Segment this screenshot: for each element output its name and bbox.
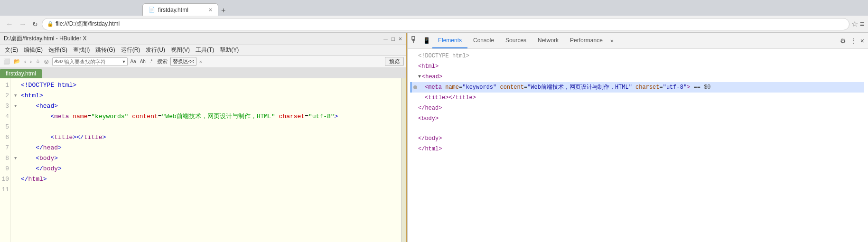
- editor-scrollbar[interactable]: [401, 78, 406, 242]
- toolbar-search-label[interactable]: 搜索: [155, 58, 169, 65]
- menu-item-view[interactable]: 视图(V): [168, 46, 193, 55]
- html-tag: <html>: [418, 62, 439, 71]
- toolbar-new-button[interactable]: ⬜: [2, 58, 11, 65]
- code-line-9: </body>: [14, 164, 397, 174]
- devtools-settings-button[interactable]: ⚙: [838, 36, 848, 46]
- tab-sources[interactable]: Sources: [500, 33, 532, 48]
- window-close-button[interactable]: ×: [399, 36, 402, 42]
- fold-arrow-2[interactable]: ▼: [14, 91, 21, 101]
- toolbar-ah-btn[interactable]: Aħ: [139, 59, 147, 64]
- code-line-7: </head>: [14, 143, 397, 153]
- devtools-inspect-button[interactable]: [410, 35, 421, 46]
- tab-close-btn[interactable]: ×: [209, 7, 212, 13]
- menu-item-file[interactable]: 文(E): [2, 46, 21, 55]
- tab-label: firstday.html: [158, 7, 188, 13]
- html-close-tag: </html>: [418, 144, 442, 154]
- menu-item-run[interactable]: 运行(R): [118, 46, 143, 55]
- code-content[interactable]: <!DOCTYPE html> ▼ <html> ▼ <head>: [10, 78, 401, 242]
- nav-forward-button[interactable]: →: [17, 19, 28, 29]
- dt-line-body: <body>: [411, 113, 864, 124]
- preview-button[interactable]: 预览: [385, 57, 404, 66]
- hbuilder-toolbar: ⬜ 📂 ‹ › ☆ ◎ 𝘼SD ▼ Aa Aħ .* 搜索 替换区<< × 预览: [0, 56, 406, 68]
- file-tabs-bar: firstday.html: [0, 68, 406, 78]
- line-numbers: 1 2 3 4 5 6 7 8 9 10 11: [0, 78, 10, 242]
- dt-line-head: ▼ <head>: [411, 72, 864, 82]
- body-open-tag: <body>: [418, 114, 439, 123]
- head-close-tag: </head>: [418, 103, 442, 113]
- tab-page-icon: 📄: [149, 7, 155, 13]
- tab-network[interactable]: Network: [532, 33, 564, 48]
- nav-back-button[interactable]: ←: [4, 19, 15, 29]
- bookmark-star-button[interactable]: ☆: [851, 19, 858, 28]
- menu-item-find[interactable]: 查找(I): [70, 46, 93, 55]
- file-tab-firstday[interactable]: firstday.html: [0, 69, 42, 78]
- tab-performance[interactable]: Performance: [564, 33, 608, 48]
- menu-item-select[interactable]: 选择(S): [46, 46, 70, 55]
- dt-arrow-head[interactable]: ▼: [418, 72, 421, 82]
- dt-sidebar-dot[interactable]: [413, 85, 417, 89]
- toolbar-forward-button[interactable]: ›: [28, 58, 33, 65]
- toolbar-regex-btn[interactable]: .*: [148, 59, 154, 64]
- search-box[interactable]: 𝘼SD ▼: [52, 57, 128, 66]
- lock-icon: 🔒: [47, 21, 54, 27]
- new-tab-button[interactable]: +: [218, 6, 228, 15]
- devtools-more-button[interactable]: »: [608, 36, 616, 45]
- search-dropdown-button[interactable]: ▼: [122, 59, 126, 64]
- code-line-4: <meta name="keywords" content="Web前端技术，网…: [14, 112, 397, 122]
- file-tab-label: firstday.html: [6, 70, 36, 77]
- toolbar-settings-button[interactable]: ◎: [43, 58, 50, 65]
- code-line-11: [14, 185, 397, 195]
- toolbar-search-close-btn[interactable]: ×: [197, 59, 203, 65]
- fold-arrow-8[interactable]: ▼: [14, 153, 21, 164]
- address-url: file:///D:/桌面/firstday.html: [56, 20, 120, 28]
- doctype-text: <!DOCTYPE html>: [418, 51, 469, 61]
- hbuilder-titlebar: D:/桌面/firstday.html - HBuilder X ─ □ ×: [0, 33, 406, 45]
- window-maximize-button[interactable]: □: [392, 36, 395, 42]
- dt-line-head-close: </head>: [411, 103, 864, 113]
- tab-elements[interactable]: Elements: [432, 33, 467, 48]
- title-tag: <title></title>: [425, 93, 476, 102]
- svg-rect-0: [412, 37, 415, 39]
- address-bar[interactable]: 🔒 file:///D:/桌面/firstday.html: [42, 18, 849, 30]
- menu-item-jump[interactable]: 跳转(G): [93, 46, 118, 55]
- window-minimize-button[interactable]: ─: [383, 36, 388, 42]
- toolbar-replace-label[interactable]: 替换区<<: [170, 57, 197, 66]
- menu-item-publish[interactable]: 发行(U): [143, 46, 168, 55]
- devtools-tabs: Elements Console Sources Network Perform…: [432, 33, 838, 48]
- nav-refresh-button[interactable]: ↻: [30, 19, 40, 29]
- meta-tag-text: <meta name="keywords" content="Web前端技术，网…: [425, 83, 711, 92]
- code-editor[interactable]: 1 2 3 4 5 6 7 8 9 10 11 <!DOCTYPE h: [0, 78, 406, 242]
- dt-line-doctype: <!DOCTYPE html>: [411, 51, 864, 61]
- toolbar-open-button[interactable]: 📂: [12, 58, 22, 65]
- devtools-pane: 📱 Elements Console Sources Network: [407, 33, 868, 242]
- browser-settings-button[interactable]: ≡: [860, 20, 864, 28]
- menu-item-help[interactable]: 帮助(Y): [217, 46, 242, 55]
- fold-arrow-3[interactable]: ▼: [14, 101, 21, 112]
- code-line-8: ▼ <body>: [14, 153, 397, 164]
- devtools-device-button[interactable]: 📱: [421, 36, 432, 45]
- devtools-close-button[interactable]: ×: [859, 36, 866, 46]
- menu-item-tools[interactable]: 工具(T): [193, 46, 217, 55]
- search-prefix-icon: 𝘼SD: [54, 59, 63, 64]
- dt-line-body-close: </body>: [411, 133, 864, 144]
- browser-tab[interactable]: 📄 firstday.html ×: [142, 3, 218, 16]
- search-input[interactable]: [64, 59, 121, 65]
- toolbar-bookmark-button[interactable]: ☆: [34, 58, 42, 65]
- toolbar-back-button[interactable]: ‹: [23, 58, 28, 65]
- devtools-more-options-button[interactable]: ⋮: [848, 36, 859, 46]
- code-line-3: ▼ <head>: [14, 101, 397, 112]
- dt-line-title: <title></title>: [411, 93, 864, 103]
- devtools-content: <!DOCTYPE html> <html> ▼ <head>: [408, 49, 868, 242]
- code-line-2: ▼ <html>: [14, 91, 397, 101]
- code-line-10: </html>: [14, 174, 397, 185]
- toolbar-aa-btn[interactable]: Aa: [129, 59, 137, 64]
- dt-line-spacer: [411, 124, 864, 133]
- tab-console[interactable]: Console: [467, 33, 500, 48]
- dt-line-meta[interactable]: <meta name="keywords" content="Web前端技术，网…: [411, 82, 864, 93]
- menu-item-edit[interactable]: 编辑(E): [21, 46, 46, 55]
- dt-line-html-close: </html>: [411, 144, 864, 154]
- body-close-tag: </body>: [418, 134, 442, 143]
- code-line-6: <title></title>: [14, 132, 397, 143]
- head-open-tag: <head>: [422, 72, 442, 82]
- hbuilder-menubar: 文(E) 编辑(E) 选择(S) 查找(I) 跳转(G) 运行(R) 发行(U)…: [0, 45, 406, 56]
